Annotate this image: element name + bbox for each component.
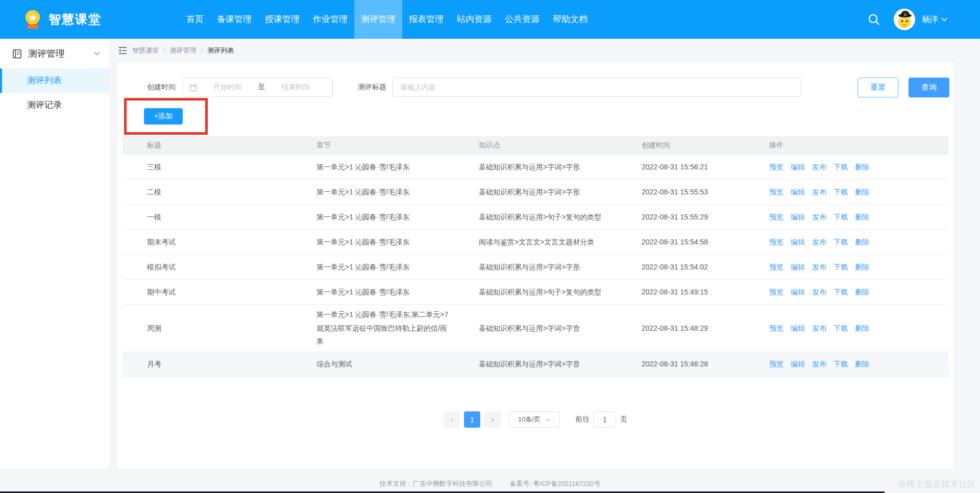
action-link[interactable]: 编辑 <box>791 185 805 199</box>
chevron-down-icon[interactable] <box>94 52 100 56</box>
col-header-knowledge: 知识点 <box>454 141 617 150</box>
table-row: 三模第一单元>1 沁园春·雪/毛泽东基础知识积累与运用>字词>字形2022-08… <box>122 155 948 180</box>
cell-knowledge: 阅读与鉴赏>文言文>文言文题材分类 <box>454 235 617 249</box>
cell-knowledge: 基础知识积累与运用>句子>复句的类型 <box>454 210 617 224</box>
action-link[interactable]: 删除 <box>855 185 869 199</box>
cell-title: 三模 <box>122 160 292 174</box>
action-link[interactable]: 预览 <box>769 285 783 299</box>
action-link[interactable]: 预览 <box>769 185 783 199</box>
start-date-input[interactable]: 开始时间 <box>197 83 258 92</box>
nav-item[interactable]: 公共资源 <box>498 0 546 39</box>
search-icon[interactable] <box>867 13 880 26</box>
col-header-actions: 操作 <box>745 141 948 150</box>
end-date-input[interactable]: 结束时间 <box>265 83 327 92</box>
action-link[interactable]: 下载 <box>834 210 848 224</box>
cell-created: 2022-08-31 15:56:21 <box>617 160 745 174</box>
cell-created: 2022-08-31 15:46:28 <box>617 357 745 371</box>
nav-item[interactable]: 作业管理 <box>306 0 354 39</box>
nav-item[interactable]: 首页 <box>180 0 210 39</box>
filter-bar: 创建时间 开始时间 至 结束时间 测评标题 <box>147 78 801 97</box>
eval-title-input[interactable] <box>393 78 801 97</box>
action-link[interactable]: 删除 <box>855 235 869 249</box>
action-link[interactable]: 发布 <box>812 285 826 299</box>
cell-created: 2022-08-31 15:54:02 <box>617 260 745 274</box>
row-actions: 预览编辑发布下载删除 <box>745 322 948 335</box>
action-link[interactable]: 发布 <box>812 210 826 224</box>
prev-page-button[interactable]: ‹ <box>444 411 460 428</box>
action-link[interactable]: 发布 <box>812 235 826 249</box>
action-link[interactable]: 预览 <box>769 210 783 224</box>
action-link[interactable]: 删除 <box>855 210 869 224</box>
action-link[interactable]: 编辑 <box>791 285 805 299</box>
user-name[interactable]: 杨洋 <box>922 14 938 25</box>
breadcrumb-item[interactable]: 测评管理 <box>170 46 197 55</box>
action-link[interactable]: 下载 <box>834 185 848 199</box>
action-link[interactable]: 发布 <box>812 260 826 274</box>
reset-button[interactable]: 重置 <box>857 78 898 97</box>
action-link[interactable]: 预览 <box>769 160 783 174</box>
table-row: 二模第一单元>1 沁园春·雪/毛泽东基础知识积累与运用>字词>字形2022-08… <box>122 180 948 205</box>
action-link[interactable]: 发布 <box>812 322 826 335</box>
goto-page-input[interactable] <box>594 411 616 428</box>
nav-item[interactable]: 报表管理 <box>402 0 450 39</box>
action-link[interactable]: 编辑 <box>791 260 805 274</box>
nav-item[interactable]: 备课管理 <box>210 0 258 39</box>
action-link[interactable]: 编辑 <box>791 235 805 249</box>
action-link[interactable]: 下载 <box>834 160 848 174</box>
action-link[interactable]: 下载 <box>834 235 848 249</box>
add-button[interactable]: +添加 <box>144 108 183 125</box>
action-link[interactable]: 编辑 <box>791 160 805 174</box>
cell-title: 模拟考试 <box>122 260 292 274</box>
action-link[interactable]: 删除 <box>855 160 869 174</box>
action-link[interactable]: 下载 <box>834 322 848 335</box>
cell-chapter: 第一单元>1 沁园春·雪/毛泽东 <box>292 210 454 224</box>
action-link[interactable]: 发布 <box>812 185 826 199</box>
cell-title: 期末考试 <box>122 235 292 249</box>
breadcrumb-item[interactable]: 智慧课堂 <box>132 46 159 55</box>
row-actions: 预览编辑发布下载删除 <box>745 210 948 224</box>
action-link[interactable]: 发布 <box>812 357 826 371</box>
app-title: 智慧课堂 <box>48 11 102 28</box>
table-row: 期中考试第一单元>1 沁园春·雪/毛泽东基础知识积累与运用>句子>复句的类型20… <box>122 280 948 305</box>
action-link[interactable]: 删除 <box>855 322 869 335</box>
sidebar-item[interactable]: 测评列表 <box>0 68 109 93</box>
col-header-chapter: 章节 <box>292 141 454 150</box>
sidebar-item[interactable]: 测评记录 <box>0 93 109 117</box>
action-link[interactable]: 预览 <box>769 357 783 371</box>
user-avatar[interactable] <box>894 9 915 30</box>
nav-item[interactable]: 帮助文档 <box>546 0 594 39</box>
page-number-button[interactable]: 1 <box>464 411 480 428</box>
action-link[interactable]: 编辑 <box>791 210 805 224</box>
table-body: 三模第一单元>1 沁园春·雪/毛泽东基础知识积累与运用>字词>字形2022-08… <box>122 155 948 377</box>
evaluation-table: 标题 章节 知识点 创建时间 操作 三模第一单元>1 沁园春·雪/毛泽东基础知识… <box>122 136 948 377</box>
action-link[interactable]: 预览 <box>769 260 783 274</box>
action-link[interactable]: 下载 <box>834 260 848 274</box>
action-link[interactable]: 删除 <box>855 357 869 371</box>
cell-knowledge: 基础知识积累与运用>字词>字形 <box>454 260 617 274</box>
action-link[interactable]: 删除 <box>855 285 869 299</box>
sidebar-section-evaluation[interactable]: 测评管理 <box>0 39 109 68</box>
action-link[interactable]: 发布 <box>812 160 826 174</box>
collapse-sidebar-icon[interactable] <box>118 47 127 54</box>
page-size-select[interactable]: 10条/页 <box>509 411 560 428</box>
next-page-button[interactable]: › <box>484 411 501 428</box>
nav-item[interactable]: 站内资源 <box>450 0 498 39</box>
nav-item[interactable]: 测评管理 <box>354 0 402 39</box>
action-link[interactable]: 下载 <box>834 357 848 371</box>
cell-chapter: 第一单元>1 沁园春·雪/毛泽东 <box>292 160 454 174</box>
action-link[interactable]: 编辑 <box>791 322 805 335</box>
table-row: 一模第一单元>1 沁园春·雪/毛泽东基础知识积累与运用>句子>复句的类型2022… <box>122 205 948 230</box>
action-link[interactable]: 预览 <box>769 235 783 249</box>
date-range-picker[interactable]: 开始时间 至 结束时间 <box>183 78 333 97</box>
action-link[interactable]: 编辑 <box>791 357 805 371</box>
col-header-title: 标题 <box>122 141 292 150</box>
chevron-down-icon[interactable] <box>941 17 947 21</box>
page-unit-label: 页 <box>620 415 627 424</box>
action-link[interactable]: 删除 <box>855 260 869 274</box>
action-link[interactable]: 预览 <box>769 322 783 335</box>
row-actions: 预览编辑发布下载删除 <box>745 185 948 199</box>
action-link[interactable]: 下载 <box>834 285 848 299</box>
search-button[interactable]: 查询 <box>909 78 949 97</box>
nav-item[interactable]: 授课管理 <box>258 0 306 39</box>
filter-buttons: 重置 查询 <box>857 78 949 97</box>
